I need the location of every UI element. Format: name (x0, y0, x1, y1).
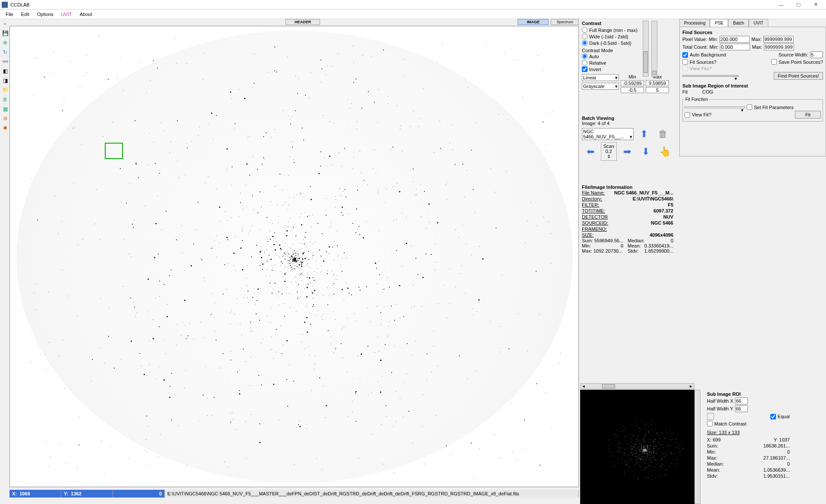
spectrum-tab[interactable]: Spectrum (551, 19, 579, 25)
refresh-icon[interactable]: ↻ (1, 48, 9, 56)
save-ps-checkbox[interactable] (771, 59, 777, 65)
sub-stat-row: Sum:18638.261... (707, 443, 790, 449)
info-row: Directory:E:\UVIT\NGC5466\ (582, 196, 673, 202)
contrast-auto-radio[interactable] (582, 53, 587, 59)
gear-icon[interactable]: ⚙ (1, 115, 9, 122)
tabs-panel: Processing PSE Batch UVIT Find Sources P… (679, 19, 826, 157)
tc-max-input[interactable] (765, 44, 793, 50)
equal-checkbox[interactable] (770, 414, 776, 419)
contrast-full-radio[interactable] (582, 27, 587, 33)
fileinfo-title: File/Image Information (582, 185, 673, 190)
batch-title: Batch Viewing (582, 116, 673, 121)
sub-image-vscroll[interactable] (694, 390, 700, 504)
fit-fn-combo[interactable] (685, 106, 745, 108)
src-width-input[interactable] (810, 51, 823, 58)
sub-stat-row: Mean:1.0536639... (707, 467, 790, 473)
hwy-input[interactable] (735, 405, 748, 412)
tool-icon-7[interactable]: ◨ (1, 77, 9, 85)
status-x: X: 1068 (9, 490, 61, 498)
find-sources-button[interactable]: Find Point Sources! (774, 72, 823, 80)
sub-stat-row: Stdv:1.9530151... (707, 473, 790, 479)
max-input[interactable] (646, 80, 669, 86)
tool-icon-6[interactable]: ◧ (1, 67, 9, 75)
menu-uvit[interactable]: UVIT (57, 12, 76, 17)
left-arrow-icon[interactable]: ⬅ (582, 144, 599, 159)
tab-uvit[interactable]: UVIT (749, 19, 768, 27)
min-input[interactable] (621, 80, 644, 86)
binoculars-icon[interactable]: 👓 (1, 58, 9, 66)
set-params-checkbox[interactable] (747, 104, 752, 110)
tab-processing[interactable]: Processing (679, 19, 710, 27)
close-button[interactable]: ✕ (807, 0, 824, 9)
scale-combo[interactable]: Linear (582, 74, 619, 81)
tab-batch[interactable]: Batch (728, 19, 749, 27)
hwx-input[interactable] (735, 398, 748, 404)
info-row: File Name:NGC 5466_NUV_F5___M... (582, 190, 673, 196)
info-row: SIZE:4096x4096 (582, 232, 673, 238)
contrast-scroll-1[interactable] (643, 21, 649, 77)
down-arrow-icon[interactable]: ⬇ (638, 144, 655, 159)
selection-box[interactable] (105, 143, 123, 159)
contrast-panel: Contrast Full Range (min - max) Wide (-1… (580, 19, 675, 95)
right-arrow-icon[interactable]: ➡ (619, 144, 636, 159)
maximize-button[interactable]: ▢ (790, 0, 807, 9)
contrast-wide-radio[interactable] (582, 34, 587, 39)
tool-icon-9[interactable]: 🗎 (1, 96, 9, 103)
save-icon[interactable]: 💾 (1, 29, 9, 37)
menu-edit[interactable]: Edit (17, 12, 33, 17)
info-row: FILTER:F5 (582, 202, 673, 208)
close-tool-icon[interactable]: ✖ (1, 124, 9, 132)
right-panel: Contrast Full Range (min - max) Wide (-1… (580, 19, 826, 498)
sub-roi-panel: Sub Image ROI Half Width X Half Width Y … (705, 390, 791, 481)
info-row: TOTITIME:6097.372 (582, 208, 673, 214)
menu-about[interactable]: About (76, 12, 96, 17)
menu-file[interactable]: File (2, 12, 17, 17)
image-tab[interactable]: IMAGE (518, 19, 549, 25)
contrast-relative-radio[interactable] (582, 60, 587, 66)
contrast-scroll-2[interactable] (651, 21, 657, 77)
invert-checkbox[interactable] (582, 66, 587, 72)
colormap-combo[interactable]: Grayscale (582, 83, 619, 90)
match-contrast-checkbox[interactable] (707, 421, 713, 426)
contrast-dark-radio[interactable] (582, 40, 587, 46)
batch-file-combo[interactable]: NGC 5466_NUV_F5__... (582, 128, 634, 140)
window-title: CCDLAB (10, 2, 773, 7)
fit-button[interactable]: Fit (795, 111, 821, 119)
batch-panel: Batch Viewing Image: 4 of 4 NGC 5466_NUV… (580, 114, 675, 163)
sub-stat-row: Max:27.186107... (707, 455, 790, 461)
sub-image-hscroll[interactable]: ◄► (580, 383, 694, 389)
trash-icon[interactable]: 🗑 (654, 127, 672, 141)
tool-icon-1[interactable]: ▫ (1, 20, 9, 28)
folder-icon[interactable]: 📁 (1, 86, 9, 94)
fit-sources-checkbox[interactable] (682, 59, 688, 65)
auto-bg-checkbox[interactable] (682, 52, 688, 58)
minimize-button[interactable]: — (773, 0, 790, 9)
max-round-input[interactable] (646, 87, 669, 93)
hand-icon[interactable]: 👆 (656, 144, 673, 159)
image-view[interactable] (9, 26, 579, 487)
info-row: SOURCEID:NGC 5466 (582, 220, 673, 226)
tc-min-input[interactable] (721, 44, 749, 50)
add-icon[interactable]: ⊕ (1, 39, 9, 47)
contrast-mode-title: Contrast Mode (582, 48, 673, 53)
statusbar: X: 1068 Y: 1362 0 E:\UVIT\NGC5466\NGC 54… (9, 490, 579, 498)
up-arrow-icon[interactable]: ⬆ (635, 127, 653, 141)
fit-type-combo[interactable] (682, 75, 738, 77)
header-tab[interactable]: HEADER (286, 19, 320, 25)
tab-content: Find Sources Pixel Value: Min: Max: Tota… (679, 27, 826, 157)
menu-options[interactable]: Options (33, 12, 57, 17)
sub-stat-row: X: 699Y: 1037 (707, 437, 790, 443)
tool-icon-10[interactable]: ▦ (1, 105, 9, 113)
view-fit-checkbox[interactable] (685, 112, 690, 118)
sub-image-view[interactable] (580, 390, 694, 504)
pv-max-input[interactable] (764, 37, 793, 42)
sub-stat-row: Min:0 (707, 449, 790, 455)
tab-pse[interactable]: PSE (710, 19, 728, 27)
batch-count: Image: 4 of 4 (582, 121, 673, 126)
roi-color-icon[interactable] (707, 413, 714, 420)
min-round-input[interactable] (621, 87, 644, 93)
info-row: FRAMENO: (582, 226, 673, 232)
menubar: File Edit Options UVIT About (0, 9, 826, 19)
sub-roi-title: Sub Image ROI (707, 391, 790, 397)
pv-min-input[interactable] (720, 37, 749, 42)
